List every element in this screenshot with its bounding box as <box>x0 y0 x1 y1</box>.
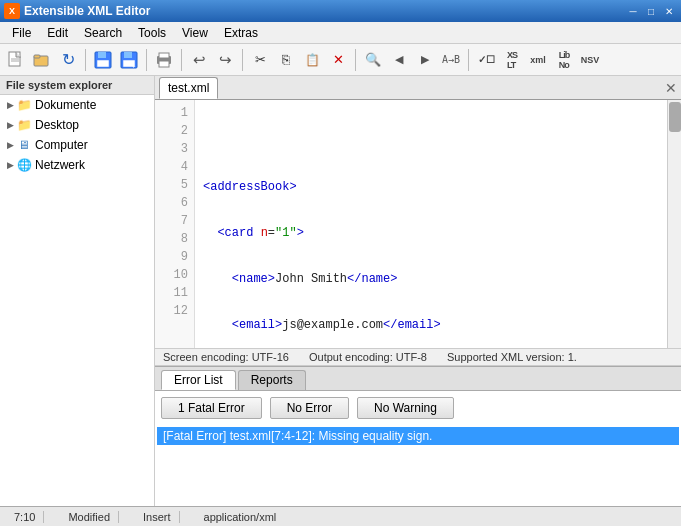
prev-button[interactable]: ◀ <box>387 48 411 72</box>
line-num-1: 1 <box>155 104 194 122</box>
scrollbar-thumb[interactable] <box>669 102 681 132</box>
line-num-8: 8 <box>155 230 194 248</box>
next-button[interactable]: ▶ <box>413 48 437 72</box>
close-button[interactable]: ✕ <box>661 4 677 18</box>
sidebar-label-netzwerk: Netzwerk <box>35 158 85 172</box>
error-buttons: 1 Fatal Error No Error No Warning <box>155 391 681 425</box>
error-list: [Fatal Error] test.xml[7:4-12]: Missing … <box>155 425 681 506</box>
code-line-2: <addressBook> <box>203 178 659 196</box>
line-num-11: 11 <box>155 284 194 302</box>
bottom-tabs: Error List Reports <box>155 367 681 391</box>
sidebar-item-dokumente[interactable]: ▶ 📁 Dokumente <box>0 95 154 115</box>
sidebar-label-desktop: Desktop <box>35 118 79 132</box>
status-modified: Modified <box>60 511 119 523</box>
cut-button[interactable]: ✂ <box>248 48 272 72</box>
new-button[interactable] <box>4 48 28 72</box>
schema-button[interactable]: XSLT <box>500 48 524 72</box>
xslt-button[interactable]: xml <box>526 48 550 72</box>
output-encoding: Output encoding: UTF-8 <box>309 351 427 363</box>
separator-4 <box>242 49 243 71</box>
status-insert: Insert <box>135 511 180 523</box>
tab-bar: test.xml ✕ <box>155 76 681 100</box>
line-num-4: 4 <box>155 158 194 176</box>
save-button[interactable] <box>91 48 115 72</box>
no-error-button[interactable]: No Error <box>270 397 349 419</box>
svg-rect-4 <box>34 55 40 58</box>
expand-icon-dokumente[interactable]: ▶ <box>4 100 16 110</box>
refresh-button[interactable]: ↻ <box>56 48 80 72</box>
no-warning-button[interactable]: No Warning <box>357 397 454 419</box>
svg-rect-14 <box>159 61 169 67</box>
open-button[interactable] <box>30 48 54 72</box>
sidebar-item-desktop[interactable]: ▶ 📁 Desktop <box>0 115 154 135</box>
save-as-button[interactable]: + <box>117 48 141 72</box>
separator-1 <box>85 49 86 71</box>
find-button[interactable]: 🔍 <box>361 48 385 72</box>
sidebar-label-computer: Computer <box>35 138 88 152</box>
copy-button[interactable]: ⎘ <box>274 48 298 72</box>
sidebar: File system explorer ▶ 📁 Dokumente ▶ 📁 D… <box>0 76 155 506</box>
expand-icon-netzwerk[interactable]: ▶ <box>4 160 16 170</box>
menu-search[interactable]: Search <box>76 24 130 42</box>
network-icon: 🌐 <box>16 157 32 173</box>
menu-edit[interactable]: Edit <box>39 24 76 42</box>
nsv-button[interactable]: NSV <box>578 48 602 72</box>
svg-rect-13 <box>159 53 169 58</box>
redo-button[interactable]: ↪ <box>213 48 237 72</box>
toolbar: ↻ + ↩ ↪ ✂ ⎘ 📋 ✕ 🔍 ◀ ▶ A→B ✓☐ XSLT xml Li… <box>0 44 681 76</box>
xml-version: Supported XML version: 1. <box>447 351 577 363</box>
code-line-1 <box>203 132 659 150</box>
code-line-4: <name>John Smith</name> <box>203 270 659 288</box>
menu-file[interactable]: File <box>4 24 39 42</box>
error-row-0[interactable]: [Fatal Error] test.xml[7:4-12]: Missing … <box>157 427 679 445</box>
undo-button[interactable]: ↩ <box>187 48 211 72</box>
folder-icon-desktop: 📁 <box>16 117 32 133</box>
find-replace-button[interactable]: A→B <box>439 48 463 72</box>
svg-rect-9 <box>124 52 132 58</box>
bottom-panel: Error List Reports 1 Fatal Error No Erro… <box>155 366 681 506</box>
fatal-error-button[interactable]: 1 Fatal Error <box>161 397 262 419</box>
window-title: Extensible XML Editor <box>24 4 150 18</box>
sidebar-item-computer[interactable]: ▶ 🖥 Computer <box>0 135 154 155</box>
title-bar-left: X Extensible XML Editor <box>4 3 150 19</box>
sidebar-label-dokumente: Dokumente <box>35 98 96 112</box>
sidebar-header: File system explorer <box>0 76 154 95</box>
line-num-7: 7 <box>155 212 194 230</box>
expand-icon-desktop[interactable]: ▶ <box>4 120 16 130</box>
menu-tools[interactable]: Tools <box>130 24 174 42</box>
validate-button[interactable]: ✓☐ <box>474 48 498 72</box>
delete-button[interactable]: ✕ <box>326 48 350 72</box>
separator-5 <box>355 49 356 71</box>
tab-error-list[interactable]: Error List <box>161 370 236 390</box>
paste-button[interactable]: 📋 <box>300 48 324 72</box>
window-controls: ─ □ ✕ <box>625 4 677 18</box>
expand-icon-computer[interactable]: ▶ <box>4 140 16 150</box>
line-num-9: 9 <box>155 248 194 266</box>
separator-6 <box>468 49 469 71</box>
title-bar: X Extensible XML Editor ─ □ ✕ <box>0 0 681 22</box>
tab-reports[interactable]: Reports <box>238 370 306 390</box>
line-num-12: 12 <box>155 302 194 320</box>
separator-2 <box>146 49 147 71</box>
status-position: 7:10 <box>6 511 44 523</box>
code-content[interactable]: <addressBook> <card n="1"> <name>John Sm… <box>195 100 667 348</box>
svg-rect-6 <box>98 52 106 58</box>
main-area: File system explorer ▶ 📁 Dokumente ▶ 📁 D… <box>0 76 681 506</box>
editor-tab-test-xml[interactable]: test.xml <box>159 77 218 99</box>
minimize-button[interactable]: ─ <box>625 4 641 18</box>
maximize-button[interactable]: □ <box>643 4 659 18</box>
menu-extras[interactable]: Extras <box>216 24 266 42</box>
sidebar-item-netzwerk[interactable]: ▶ 🌐 Netzwerk <box>0 155 154 175</box>
editor-scrollbar[interactable] <box>667 100 681 348</box>
code-editor[interactable]: 1 2 3 4 5 6 7 8 9 10 11 12 <addressBook>… <box>155 100 681 348</box>
status-info-bar: Screen encoding: UTF-16 Output encoding:… <box>155 348 681 366</box>
separator-3 <box>181 49 182 71</box>
close-tab-button[interactable]: ✕ <box>665 80 677 96</box>
line-numbers: 1 2 3 4 5 6 7 8 9 10 11 12 <box>155 100 195 348</box>
lib-button[interactable]: LibNo <box>552 48 576 72</box>
print-button[interactable] <box>152 48 176 72</box>
line-num-5: 5 <box>155 176 194 194</box>
menu-view[interactable]: View <box>174 24 216 42</box>
code-line-3: <card n="1"> <box>203 224 659 242</box>
line-num-10: 10 <box>155 266 194 284</box>
